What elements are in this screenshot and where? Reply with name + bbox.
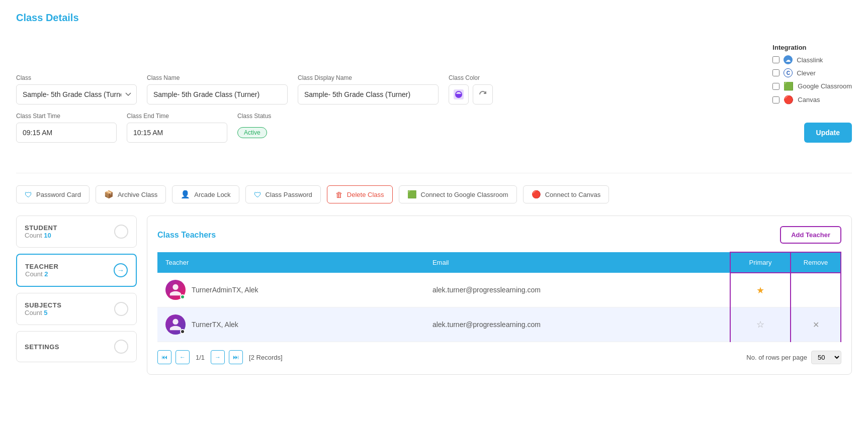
- sidebar-item-student[interactable]: STUDENT Count 10: [16, 216, 137, 248]
- form-row-1: Class Sample- 5th Grade Class (Turner) C…: [16, 44, 852, 104]
- primary-cell: ☆: [730, 307, 791, 342]
- sidebar-item-subjects[interactable]: SUBJECTS Count 5: [16, 293, 137, 325]
- canvas-icon: 🔴: [784, 95, 794, 104]
- teacher-name-cell: TurnerTX, Alek: [157, 307, 424, 342]
- connect-canvas-label: Connect to Canvas: [545, 191, 601, 198]
- class-end-label: Class End Time: [127, 113, 227, 120]
- password-card-button[interactable]: 🛡 Password Card: [16, 185, 90, 203]
- primary-star-empty[interactable]: ☆: [756, 320, 764, 330]
- class-end-input[interactable]: [127, 123, 227, 143]
- class-display-label: Class Display Name: [298, 74, 439, 81]
- palette-icon: [454, 89, 464, 99]
- update-button[interactable]: Update: [804, 123, 852, 143]
- color-picker-btn[interactable]: [449, 84, 469, 104]
- connect-google-button[interactable]: 🟩 Connect to Google Classroom: [399, 185, 517, 203]
- student-label: STUDENT: [25, 224, 57, 232]
- subjects-count: Count 5: [25, 309, 61, 316]
- col-primary: Primary: [730, 252, 791, 273]
- archive-icon: 📦: [104, 190, 114, 199]
- col-teacher: Teacher: [157, 252, 424, 273]
- class-display-input[interactable]: [298, 84, 439, 104]
- class-password-button[interactable]: 🛡 Class Password: [245, 185, 321, 203]
- form-row-2: Class Start Time Class End Time Class St…: [16, 113, 852, 143]
- teacher-radio: [114, 263, 128, 277]
- rows-select[interactable]: 50 25 100: [811, 351, 841, 364]
- settings-label: SETTINGS: [25, 343, 59, 351]
- last-page-btn[interactable]: ⏭: [229, 350, 243, 364]
- table-row: TurnerAdminTX, Alek alek.turner@progress…: [157, 273, 841, 307]
- remove-button[interactable]: ✕: [813, 321, 819, 329]
- teacher-label: TEACHER: [25, 263, 58, 270]
- remove-cell: [791, 273, 841, 307]
- google-checkbox[interactable]: [772, 83, 779, 90]
- col-remove: Remove: [791, 252, 841, 273]
- table-body: TurnerAdminTX, Alek alek.turner@progress…: [157, 273, 841, 342]
- class-display-group: Class Display Name: [298, 74, 439, 104]
- student-count: Count 10: [25, 232, 57, 239]
- class-password-label: Class Password: [266, 191, 312, 198]
- teacher-name: TurnerAdminTX, Alek: [192, 286, 258, 294]
- class-start-input[interactable]: [16, 123, 117, 143]
- add-teacher-button[interactable]: Add Teacher: [780, 226, 841, 244]
- google-label: Google Classroom: [798, 82, 852, 90]
- color-refresh-btn[interactable]: [473, 84, 493, 104]
- connect-canvas-button[interactable]: 🔴 Connect to Canvas: [523, 185, 610, 203]
- google-icon: 🟩: [784, 81, 794, 91]
- remove-cell: ✕: [791, 307, 841, 342]
- password-card-label: Password Card: [36, 191, 81, 198]
- canvas-connect-icon: 🔴: [532, 190, 541, 199]
- class-label: Class: [16, 74, 137, 81]
- prev-page-btn[interactable]: ←: [176, 350, 190, 364]
- teacher-name-cell: TurnerAdminTX, Alek: [157, 273, 424, 307]
- first-page-btn[interactable]: ⏮: [157, 350, 171, 364]
- classlink-checkbox[interactable]: [772, 56, 779, 63]
- arcade-lock-label: Arcade Lock: [194, 191, 230, 198]
- class-name-input[interactable]: [147, 84, 288, 104]
- archive-class-label: Archive Class: [118, 191, 157, 198]
- right-panel: Class Teachers Add Teacher Teacher Email…: [147, 216, 852, 375]
- teacher-email: alek.turner@progresslearning.com: [424, 273, 730, 307]
- color-buttons: [449, 84, 493, 104]
- clever-checkbox[interactable]: [772, 69, 779, 76]
- table-header: Teacher Email Primary Remove: [157, 252, 841, 273]
- google-connect-icon: 🟩: [407, 190, 417, 199]
- divider: [16, 173, 852, 173]
- class-start-group: Class Start Time: [16, 113, 117, 143]
- pagination: ⏮ ← 1/1 → ⏭ [2 Records] No. of rows per …: [157, 350, 841, 364]
- integration-google: 🟩 Google Classroom: [772, 81, 852, 91]
- table-row: TurnerTX, Alek alek.turner@progresslearn…: [157, 307, 841, 342]
- teacher-count: Count 2: [25, 270, 58, 278]
- class-name-label: Class Name: [147, 74, 288, 81]
- rows-per-page: No. of rows per page 50 25 100: [746, 351, 841, 364]
- records-info: [2 Records]: [249, 354, 282, 361]
- clever-icon: C: [784, 68, 793, 77]
- action-row: 🛡 Password Card 📦 Archive Class 👤 Arcade…: [16, 185, 852, 203]
- offline-indicator: [180, 329, 185, 334]
- panel-header: Class Teachers Add Teacher: [157, 226, 841, 244]
- shield-icon: 🛡: [25, 190, 32, 199]
- trash-icon: 🗑: [335, 190, 343, 199]
- subjects-label: SUBJECTS: [25, 301, 61, 309]
- person-icon: 👤: [181, 190, 190, 199]
- teacher-email: alek.turner@progresslearning.com: [424, 307, 730, 342]
- integration-clever: C Clever: [772, 68, 852, 77]
- sidebar-item-teacher[interactable]: TEACHER Count 2: [16, 254, 137, 287]
- status-badge: Active: [237, 127, 267, 138]
- archive-class-button[interactable]: 📦 Archive Class: [96, 185, 166, 203]
- page-container: Class Details Class Sample- 5th Grade Cl…: [0, 0, 868, 426]
- classlink-icon: ☁: [784, 55, 793, 64]
- clever-label: Clever: [797, 69, 816, 77]
- class-name-group: Class Name: [147, 74, 288, 104]
- delete-class-label: Delete Class: [347, 191, 384, 198]
- col-email: Email: [424, 252, 730, 273]
- integration-title: Integration: [772, 44, 852, 51]
- delete-class-button[interactable]: 🗑 Delete Class: [327, 185, 393, 203]
- primary-star-filled[interactable]: ★: [756, 285, 764, 295]
- arcade-lock-button[interactable]: 👤 Arcade Lock: [172, 185, 239, 203]
- teacher-table: Teacher Email Primary Remove: [157, 252, 841, 342]
- next-page-btn[interactable]: →: [211, 350, 225, 364]
- settings-radio: [114, 340, 128, 354]
- sidebar-item-settings[interactable]: SETTINGS: [16, 331, 137, 362]
- class-select[interactable]: Sample- 5th Grade Class (Turner): [16, 84, 137, 104]
- canvas-checkbox[interactable]: [772, 96, 779, 103]
